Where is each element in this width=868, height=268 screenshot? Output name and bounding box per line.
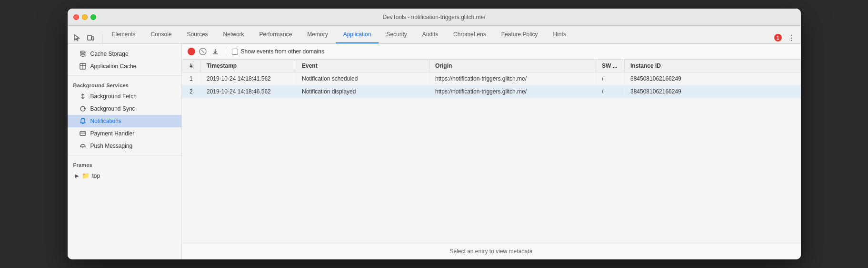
col-header-num: # (182, 60, 201, 72)
cell-origin: https://notification-triggers.glitch.me/ (429, 85, 596, 98)
sidebar-item-application-cache-label: Application Cache (90, 63, 137, 70)
frames-arrow-icon: ▶ (75, 173, 79, 178)
nav-tab-right: 1 ⋮ (774, 32, 797, 43)
separator-1 (102, 34, 102, 43)
cell-origin: https://notification-triggers.glitch.me/ (429, 72, 596, 85)
sidebar-item-frames-top[interactable]: ▶ 📁 top (68, 170, 181, 182)
checkbox-area: Show events from other domains (232, 48, 324, 55)
download-button[interactable] (210, 47, 220, 56)
table-container[interactable]: # Timestamp Event Origin SW ... Instance… (182, 60, 801, 243)
sidebar-item-payment-handler-label: Payment Handler (90, 130, 135, 137)
svg-point-2 (80, 51, 85, 53)
svg-rect-1 (92, 37, 94, 40)
sidebar-item-cache-storage-label: Cache Storage (90, 51, 129, 57)
background-fetch-icon (79, 93, 87, 100)
traffic-lights (73, 14, 96, 20)
cell-num: 1 (182, 72, 201, 85)
tab-audits[interactable]: Audits (415, 26, 446, 43)
push-messaging-icon (79, 142, 87, 150)
tab-performance[interactable]: Performance (252, 26, 300, 43)
svg-line-11 (201, 50, 204, 53)
col-header-origin[interactable]: Origin (429, 60, 596, 72)
folder-icon: 📁 (82, 172, 90, 179)
panel-toolbar: Show events from other domains (182, 44, 801, 60)
more-icon: ⋮ (788, 33, 795, 42)
devtools-container: Elements Console Sources Network Perform… (68, 26, 801, 259)
cell-event: Notification scheduled (296, 72, 429, 85)
sidebar-item-notifications[interactable]: Notifications (68, 115, 181, 127)
sidebar-item-background-fetch-label: Background Fetch (90, 93, 137, 100)
separator-2 (225, 47, 225, 56)
show-events-checkbox[interactable] (232, 49, 238, 55)
tab-elements[interactable]: Elements (104, 26, 143, 43)
svg-rect-7 (80, 132, 86, 135)
main-content: Cache Storage Application Cache Backgrou… (68, 44, 801, 259)
cell-instance-id: 3845081062166249 (625, 85, 801, 98)
nav-tabs: Elements Console Sources Network Perform… (68, 26, 801, 44)
tab-security[interactable]: Security (379, 26, 414, 43)
more-options-button[interactable]: ⋮ (786, 32, 797, 43)
maximize-button[interactable] (90, 14, 96, 20)
sidebar-item-background-fetch[interactable]: Background Fetch (68, 90, 181, 103)
sidebar-item-push-messaging[interactable]: Push Messaging (68, 140, 181, 152)
cell-timestamp: 2019-10-24 14:18:46.562 (201, 85, 296, 98)
tab-feature-policy[interactable]: Feature Policy (494, 26, 546, 43)
cell-num: 2 (182, 85, 201, 98)
title-bar: DevTools - notification-triggers.glitch.… (68, 9, 801, 26)
background-sync-icon (79, 105, 87, 113)
col-header-sw[interactable]: SW ... (596, 60, 625, 72)
record-button[interactable] (188, 48, 195, 55)
col-header-event[interactable]: Event (296, 60, 429, 72)
notifications-icon (79, 117, 87, 125)
window-title: DevTools - notification-triggers.glitch.… (73, 14, 795, 21)
cell-instance-id: 3845081062166249 (625, 72, 801, 85)
bottom-bar: Select an entry to view metadata (182, 243, 801, 259)
frames-top-label: top (92, 173, 100, 179)
cell-event: Notification displayed (296, 85, 429, 98)
divider-2 (68, 155, 181, 155)
col-header-instance-id[interactable]: Instance ID (625, 60, 801, 72)
frames-title: Frames (68, 158, 181, 170)
cache-storage-icon (79, 50, 87, 58)
table-row[interactable]: 2 2019-10-24 14:18:46.562 Notification d… (182, 85, 801, 98)
tab-chromelens[interactable]: ChromeLens (446, 26, 494, 43)
divider-1 (68, 75, 181, 76)
sidebar-item-payment-handler[interactable]: Payment Handler (68, 127, 181, 140)
device-toggle-button[interactable] (85, 32, 96, 43)
sidebar-item-application-cache[interactable]: Application Cache (68, 60, 181, 72)
sidebar: Cache Storage Application Cache Backgrou… (68, 44, 182, 259)
sidebar-item-notifications-label: Notifications (90, 118, 121, 124)
tab-memory[interactable]: Memory (299, 26, 335, 43)
tab-console[interactable]: Console (143, 26, 180, 43)
col-header-timestamp[interactable]: Timestamp (201, 60, 296, 72)
show-events-label[interactable]: Show events from other domains (241, 48, 324, 55)
stop-button[interactable] (198, 47, 208, 56)
table-row[interactable]: 1 2019-10-24 14:18:41.562 Notification s… (182, 72, 801, 85)
bottom-bar-text: Select an entry to view metadata (449, 248, 532, 255)
sidebar-item-cache-storage[interactable]: Cache Storage (68, 48, 181, 60)
sidebar-item-background-sync[interactable]: Background Sync (68, 103, 181, 115)
application-cache-icon (79, 62, 87, 70)
table-body: 1 2019-10-24 14:18:41.562 Notification s… (182, 72, 801, 98)
panel-area: Show events from other domains # Timesta… (182, 44, 801, 259)
tab-network[interactable]: Network (216, 26, 252, 43)
notifications-table: # Timestamp Event Origin SW ... Instance… (182, 60, 801, 98)
background-services-title: Background Services (68, 79, 181, 90)
cursor-tool-button[interactable] (71, 32, 83, 43)
error-count: 1 (774, 34, 782, 41)
cell-sw: / (596, 85, 625, 98)
devtools-window: DevTools - notification-triggers.glitch.… (68, 9, 801, 259)
table-header-row: # Timestamp Event Origin SW ... Instance… (182, 60, 801, 72)
tab-sources[interactable]: Sources (180, 26, 216, 43)
svg-rect-0 (88, 35, 91, 40)
close-button[interactable] (73, 14, 79, 20)
cell-timestamp: 2019-10-24 14:18:41.562 (201, 72, 296, 85)
minimize-button[interactable] (82, 14, 88, 20)
tab-hints[interactable]: Hints (546, 26, 574, 43)
tab-application[interactable]: Application (336, 26, 379, 43)
payment-handler-icon (79, 130, 87, 137)
error-badge[interactable]: 1 (774, 34, 782, 41)
sidebar-item-push-messaging-label: Push Messaging (90, 143, 133, 149)
cell-sw: / (596, 72, 625, 85)
sidebar-item-background-sync-label: Background Sync (90, 105, 135, 112)
